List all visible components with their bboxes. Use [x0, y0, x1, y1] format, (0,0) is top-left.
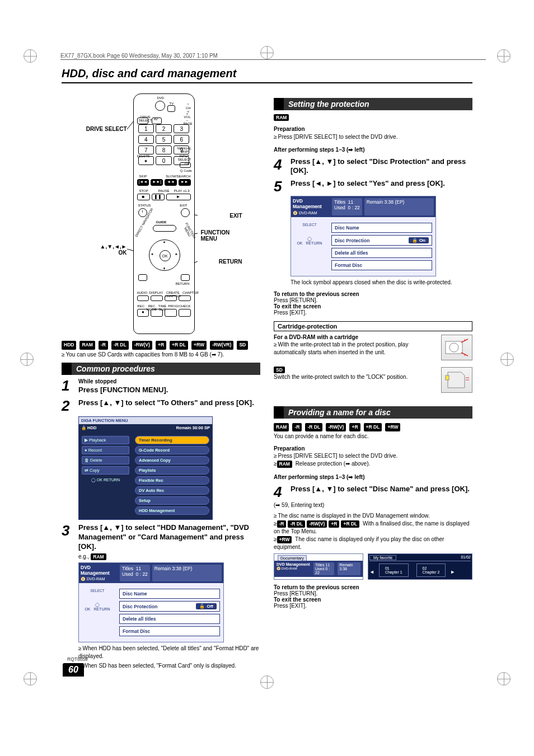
- remote-num-2: 2: [156, 124, 172, 133]
- svg-rect-7: [446, 375, 449, 380]
- prot-return-h: To return to the previous screen: [274, 291, 359, 297]
- prot-exit-h: To exit the screen: [274, 303, 321, 309]
- section-common-procedures: Common procedures: [62, 363, 260, 375]
- remote-num-4: 4: [138, 135, 154, 144]
- remote-num-8: 8: [156, 145, 172, 154]
- page-number: 60: [63, 663, 84, 677]
- prot-exit-t: Press [EXIT].: [274, 309, 307, 316]
- naming-badges: RAM -R -R DL -RW(V) +R +R DL +RW: [274, 422, 472, 432]
- name-return-h: To return to the previous screen: [274, 584, 359, 590]
- name-exit-h: To exit the screen: [274, 597, 321, 603]
- naming-after: After performing steps 1–3 (➡ left): [274, 473, 472, 481]
- protection-after: After performing steps 1–3 (➡ left): [274, 146, 472, 154]
- disc-protection-on: 🔒 On: [409, 237, 429, 243]
- naming-step4: Press [▲, ▼] to select "Disc Name" and p…: [291, 485, 472, 494]
- remote-num-6: 6: [174, 135, 190, 144]
- naming-bul1: The disc name is displayed in the DVD Ma…: [274, 512, 472, 520]
- remote-ok-circle: OK: [160, 250, 171, 261]
- remote-nav-circle: ▲ ▼ ◄ ► OK: [149, 240, 180, 271]
- dvd-management-figure-on: DVD Management 📀 DVD-RAM Titles 11Used 0…: [291, 196, 436, 276]
- page-title: HDD, disc and card management: [62, 67, 472, 83]
- naming-prep1: Press [DRIVE SELECT] to select the DVD d…: [274, 452, 472, 460]
- protection-step4-num: 4: [274, 157, 286, 176]
- remote-num-0: 0: [156, 156, 172, 165]
- cart-h: For a DVD-RAM with a cartridge: [274, 334, 358, 340]
- dvd-management-figure-off: DVD Management 📀 DVD-RAM Titles 11Used 0…: [78, 562, 224, 643]
- protection-step5-num: 5: [274, 179, 286, 194]
- name-exit-t: Press [EXIT].: [274, 603, 307, 609]
- naming-intro: You can provide a name for each disc.: [274, 433, 472, 440]
- formats-row: HDD RAM -R -R DL -RW(V) +R +R DL +RW -RW…: [62, 340, 260, 350]
- protection-badge-ram: RAM: [274, 114, 289, 121]
- entering-text-ref: (➡ 59, Entering text): [274, 501, 472, 509]
- protection-prep-h: Preparation: [274, 126, 305, 132]
- protection-step4: Press [▲, ▼] to select "Disc Protection"…: [291, 157, 472, 176]
- section-setting-protection: Setting the protection: [274, 98, 472, 110]
- step-1-title: Press [FUNCTION MENU].: [78, 386, 260, 395]
- protection-prep: Press [DRIVE SELECT] to select the DVD d…: [274, 133, 472, 141]
- remote-figure: DRIVE SELECT EXIT FUNCTION MENU RETURN ▲…: [80, 93, 242, 334]
- doc-code: RQT8859: [67, 656, 88, 662]
- cartridge-image: [441, 335, 472, 360]
- remote-num-7: 7: [138, 145, 154, 154]
- lock-note: The lock symbol appears closed when the …: [291, 279, 472, 287]
- step3-note-sd: When SD has been selected, "Format Card"…: [78, 662, 260, 670]
- step-1-number: 1: [62, 378, 74, 395]
- remote-num-3: 3: [174, 124, 190, 133]
- prot-return-t: Press [RETURN].: [274, 297, 317, 303]
- remote-dvd-label: DVD: [157, 96, 165, 100]
- name-return-t: Press [RETURN].: [274, 590, 317, 597]
- top-menu-figure: Documentary DVD Management 📀 DVD-RAM Tit…: [274, 553, 472, 580]
- naming-step4-num: 4: [274, 485, 286, 499]
- sd-capacity-note: You can use SD Cards with capacities fro…: [62, 351, 260, 359]
- sd-card-image: [441, 367, 472, 393]
- step-3-number: 3: [62, 523, 74, 560]
- step-2-number: 2: [62, 398, 74, 413]
- naming-bul3: The disc name is displayed only if you p…: [274, 536, 444, 550]
- disc-protection-off: 🔓 Off: [196, 603, 217, 609]
- step-2-title: Press [▲, ▼] to select "To Others" and p…: [78, 398, 260, 408]
- step-3-title: Press [▲, ▼] to select "HDD Management",…: [78, 523, 260, 552]
- step-3-eg: e.g.,: [78, 553, 89, 560]
- function-menu-figure: DIGA FUNCTION MENU 🔒 HDD Remain 30:00 SP…: [78, 416, 213, 520]
- sd-badge: SD: [274, 367, 285, 373]
- step3-note-hdd: When HDD has been selected, "Delete all …: [78, 645, 260, 660]
- protection-step5: Press [◄, ►] to select "Yes" and press […: [291, 179, 472, 189]
- section-providing-name: Providing a name for a disc: [274, 406, 472, 419]
- cartridge-protection-heading: Cartridge-protection: [274, 321, 472, 331]
- remote-num-5: 5: [156, 135, 172, 144]
- step-1-sub: While stopped: [78, 378, 260, 384]
- remote-num-1: 1: [138, 124, 154, 133]
- naming-prep2: Release protection (➡ above).: [296, 461, 371, 467]
